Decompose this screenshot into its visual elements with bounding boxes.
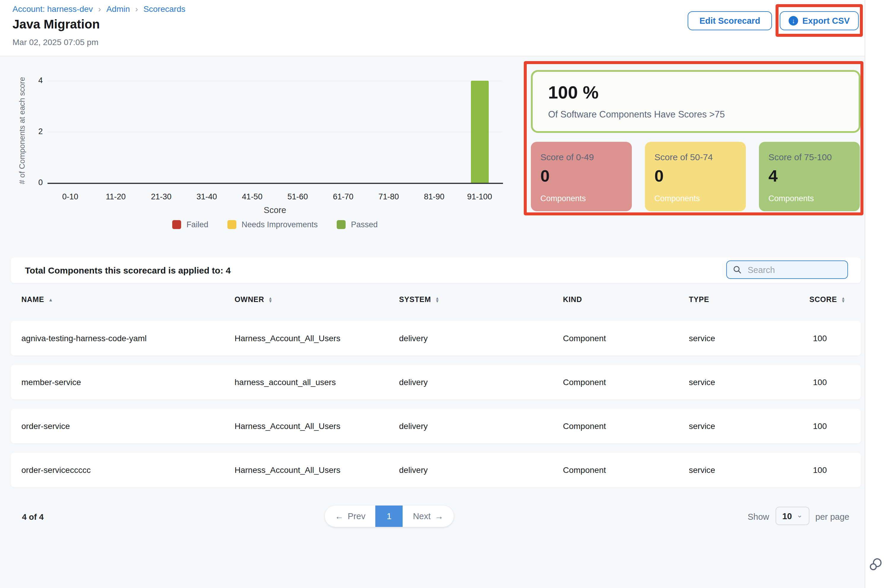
x-axis-tick-label: 0-10 (48, 192, 93, 202)
content-area: # of Components at each score Score Fail… (0, 56, 865, 588)
table-row[interactable]: agniva-testing-harness-code-yamlHarness_… (11, 321, 861, 356)
x-axis-tick-label: 51-60 (275, 192, 320, 202)
table-header-row: NAME▲OWNER▲▼SYSTEM▲▼KINDTYPESCORE▲▼ (11, 296, 861, 308)
page-size-value: 10 (782, 511, 792, 520)
x-axis-title: Score (48, 205, 502, 215)
column-header-type[interactable]: TYPE (689, 296, 709, 304)
table-cell: member-service (21, 377, 81, 387)
table-cell: delivery (399, 421, 428, 431)
chevron-down-icon: ⌄ (797, 511, 803, 519)
y-axis-tick-label: 2 (25, 127, 43, 136)
column-header-label: NAME (21, 296, 44, 304)
page-title: Java Migration (12, 17, 100, 32)
sort-down-arrow: ▼ (841, 300, 845, 303)
column-header-score[interactable]: SCORE▲▼ (809, 296, 845, 304)
table-cell: harness_account_all_users (235, 377, 336, 387)
chart-gridline (48, 132, 502, 132)
legend-label: Passed (351, 220, 378, 229)
column-header-kind[interactable]: KIND (563, 296, 582, 304)
breadcrumb-link[interactable]: Scorecards (143, 4, 186, 14)
table-cell: Harness_Account_All_Users (235, 333, 340, 343)
table-row[interactable]: order-serviceHarness_Account_All_Usersde… (11, 409, 861, 443)
x-axis-tick-label: 41-50 (230, 192, 275, 202)
prev-arrow-icon: ← (335, 512, 343, 521)
prev-label: Prev (348, 512, 366, 521)
sort-ascending-icon: ▲ (48, 297, 53, 302)
legend-item: Needs Improvements (227, 220, 318, 229)
table-cell: Harness_Account_All_Users (235, 421, 340, 431)
column-header-system[interactable]: SYSTEM▲▼ (399, 296, 439, 304)
chart-gridline (48, 81, 502, 81)
legend-item: Failed (172, 220, 208, 229)
legend-swatch-icon (172, 220, 181, 229)
column-header-label: KIND (563, 296, 582, 304)
right-rail (865, 0, 886, 588)
next-label: Next (413, 512, 431, 521)
page-size-select[interactable]: 10 ⌄ (776, 507, 809, 525)
search-input[interactable] (746, 264, 838, 275)
breadcrumb-separator-icon: › (98, 4, 101, 14)
breadcrumb-link[interactable]: Admin (106, 4, 130, 14)
scorecard-timestamp: Mar 02, 2025 07:05 pm (12, 38, 99, 47)
x-axis-tick-label: 11-20 (93, 192, 138, 202)
table-cell: service (689, 333, 715, 343)
legend-label: Needs Improvements (241, 220, 318, 229)
chat-icon[interactable] (868, 556, 884, 572)
pagination-range-text: 4 of 4 (22, 512, 44, 522)
breadcrumb-separator-icon: › (135, 4, 138, 14)
page: Account: harness-dev›Admin›Scorecards Ja… (0, 0, 886, 588)
table-title-card: Total Components this scorecard is appli… (11, 258, 861, 283)
legend-item: Passed (337, 220, 378, 229)
x-axis-tick-label: 61-70 (320, 192, 366, 202)
table-cell: delivery (399, 377, 428, 387)
sort-icon: ▲▼ (435, 296, 439, 303)
table-cell: order-service (21, 421, 70, 431)
prev-page-button[interactable]: ← Prev (325, 506, 376, 527)
annotation-box-stats (524, 61, 863, 215)
column-header-name[interactable]: NAME▲ (21, 296, 53, 304)
search-icon (733, 265, 742, 274)
per-page-label: per page (815, 512, 850, 522)
table-row[interactable]: member-serviceharness_account_all_usersd… (11, 365, 861, 399)
search-box[interactable] (726, 261, 848, 279)
x-axis-tick-label: 71-80 (366, 192, 411, 202)
legend-swatch-icon (337, 220, 346, 229)
table-body: agniva-testing-harness-code-yamlHarness_… (11, 321, 861, 487)
next-page-button[interactable]: Next → (403, 506, 454, 527)
legend-swatch-icon (227, 220, 236, 229)
page-number-button[interactable]: 1 (376, 506, 403, 527)
table-cell: service (689, 377, 715, 387)
table-cell: order-serviceccccc (21, 465, 90, 475)
y-axis-tick-label: 4 (25, 76, 43, 85)
column-header-owner[interactable]: OWNER▲▼ (235, 296, 272, 304)
page-header: Account: harness-dev›Admin›Scorecards Ja… (0, 0, 865, 56)
x-axis-line (48, 183, 503, 184)
x-axis-tick-label: 31-40 (184, 192, 230, 202)
column-header-label: TYPE (689, 296, 709, 304)
table-cell: Component (563, 377, 606, 387)
show-label: Show (748, 512, 769, 522)
column-header-label: SYSTEM (399, 296, 431, 304)
breadcrumb-link[interactable]: Account: harness-dev (12, 4, 93, 14)
edit-scorecard-label: Edit Scorecard (699, 16, 760, 26)
table-cell: service (689, 465, 715, 475)
table-row[interactable]: order-servicecccccHarness_Account_All_Us… (11, 453, 861, 487)
column-header-label: SCORE (809, 296, 837, 304)
sort-icon: ▲▼ (841, 296, 845, 303)
table-cell: 100 (813, 465, 827, 475)
table-cell: Harness_Account_All_Users (235, 465, 340, 475)
table-cell: agniva-testing-harness-code-yaml (21, 333, 147, 343)
table-cell: delivery (399, 465, 428, 475)
sort-down-arrow: ▼ (268, 300, 272, 303)
x-axis-tick-label: 21-30 (138, 192, 184, 202)
pager: ← Prev 1 Next → (325, 506, 453, 527)
edit-scorecard-button[interactable]: Edit Scorecard (687, 11, 772, 30)
table-cell: 100 (813, 333, 827, 343)
table-summary: Total Components this scorecard is appli… (25, 258, 231, 283)
x-axis-tick-label: 91-100 (457, 192, 502, 202)
table-cell: Component (563, 421, 606, 431)
table-cell: 100 (813, 377, 827, 387)
sort-down-arrow: ▼ (435, 300, 439, 303)
legend-label: Failed (187, 220, 208, 229)
table-cell: 100 (813, 421, 827, 431)
